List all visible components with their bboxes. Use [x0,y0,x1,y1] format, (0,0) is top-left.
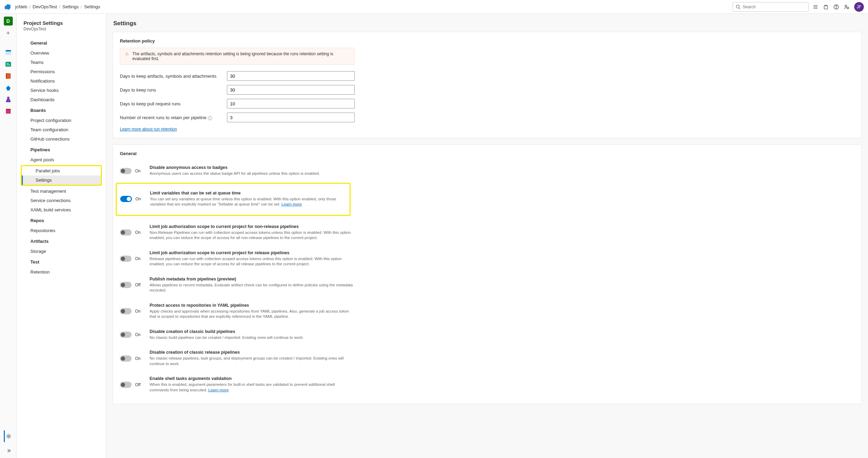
toggle-switch[interactable] [120,332,132,338]
sidebar-item-storage[interactable]: Storage [17,247,106,256]
toggle-row-6: OnDisable creation of classic build pipe… [120,324,355,345]
retention-input[interactable] [227,71,355,81]
svg-point-9 [847,7,849,9]
marketplace-icon[interactable] [823,4,829,10]
sidebar-item-retention[interactable]: Retention [17,267,106,277]
retention-label: Number of recent runs to retain per pipe… [120,115,227,120]
sidebar-item-xaml-build-services[interactable]: XAML build services [17,205,106,214]
top-bar: jcfdeb/ DevOpsTest/ Settings/ Settings J… [0,0,868,14]
sidebar-item-project-configuration[interactable]: Project configuration [17,116,106,125]
breadcrumb-page[interactable]: Settings [84,4,100,9]
retention-learn-more-link[interactable]: Learn more about run retention [120,127,177,132]
azure-devops-logo-icon[interactable] [4,3,12,11]
sidebar-group-boards: Boards [17,104,106,116]
sidebar-title: Project Settings [17,20,106,27]
rail-pipelines-icon[interactable] [4,84,12,92]
rail-repos-icon[interactable] [4,72,12,80]
svg-rect-16 [6,109,11,110]
sidebar-highlight: Parallel jobsSettings [21,165,102,186]
toggle-row-1: OnLimit variables that can be set at que… [120,186,346,212]
toggle-switch[interactable] [120,168,132,174]
sidebar-group-repos: Repos [17,214,106,226]
rail-boards-icon[interactable] [4,60,12,68]
rail-add-icon[interactable]: + [6,30,10,37]
info-icon[interactable]: i [208,116,212,120]
toggle-state-label: Off [135,283,141,287]
svg-point-8 [845,5,847,7]
sidebar-item-test-management[interactable]: Test management [17,187,106,196]
svg-rect-12 [6,62,11,67]
toggle-row-3: OnLimit job authorization scope to curre… [120,246,355,272]
sidebar-item-service-hooks[interactable]: Service hooks [17,86,106,95]
rail-overview-icon[interactable] [4,49,12,56]
user-avatar[interactable]: JF [854,2,864,12]
breadcrumb-project[interactable]: DevOpsTest [32,4,57,9]
breadcrumb-org[interactable]: jcfdeb [15,4,27,9]
toggle-row-8: OffEnable shell tasks arguments validati… [120,371,355,398]
retention-row-2: Days to keep pull request runs [120,99,355,108]
toggle-title: Disable creation of classic release pipe… [150,350,355,355]
svg-rect-14 [6,73,7,79]
toggle-row-7: OnDisable creation of classic release pi… [120,345,355,371]
toggle-state-label: On [135,169,141,173]
sidebar-subtitle: DevOpsTest [17,27,106,37]
rail-testplans-icon[interactable] [4,96,12,103]
toggle-description: Anonymous users can access the status ba… [150,171,320,176]
svg-point-17 [8,435,9,437]
retention-label: Days to keep artifacts, symbols and atta… [120,74,227,79]
toggle-title: Limit variables that can be set at queue… [150,191,346,195]
toggle-switch[interactable] [120,308,132,314]
breadcrumb: jcfdeb/ DevOpsTest/ Settings/ Settings [15,4,100,9]
sidebar-item-permissions[interactable]: Permissions [17,67,106,76]
toggle-row-2: OnLimit job authorization scope to curre… [120,219,355,246]
sidebar-item-team-configuration[interactable]: Team configuration [17,125,106,134]
toggle-switch[interactable] [120,355,132,362]
toggle-switch[interactable] [120,256,132,262]
toggle-switch[interactable] [120,282,132,288]
toggle-switch[interactable] [120,196,132,202]
page-title: Settings [113,20,862,27]
sidebar-item-teams[interactable]: Teams [17,58,106,67]
list-icon[interactable] [813,4,819,10]
sidebar-item-parallel-jobs[interactable]: Parallel jobs [22,166,101,175]
toggle-learn-more-link[interactable]: Learn more [208,388,229,392]
sidebar-group-general: General [17,37,106,48]
retention-input[interactable] [227,113,355,122]
sidebar-item-agent-pools[interactable]: Agent pools [17,155,106,164]
rail-artifacts-icon[interactable] [4,107,12,115]
main-content: Settings Retention policy ⚠ The artifact… [106,14,868,458]
retention-row-3: Number of recent runs to retain per pipe… [120,113,355,122]
svg-rect-15 [6,110,11,114]
sidebar-item-dashboards[interactable]: Dashboards [17,95,106,104]
sidebar-item-notifications[interactable]: Notifications [17,76,106,86]
toggle-description: No classic build pipelines can be create… [150,335,304,341]
toggle-switch[interactable] [120,229,132,236]
user-settings-icon[interactable] [844,4,850,10]
help-icon[interactable] [833,4,840,10]
toggle-description: No classic release pipelines, task group… [150,356,355,366]
sidebar-item-service-connections[interactable]: Service connections [17,196,106,205]
toggle-state-label: On [135,332,141,337]
retention-input[interactable] [227,99,355,108]
breadcrumb-section[interactable]: Settings [63,4,79,9]
toggle-description: Release pipelines can run with collectio… [150,256,355,267]
toggle-switch[interactable] [120,382,132,388]
toggle-description: Non-Release Pipelines can run with colle… [150,230,355,241]
search-input[interactable] [743,4,805,9]
svg-rect-5 [824,6,828,9]
sidebar-item-repositories[interactable]: Repositories [17,226,106,235]
sidebar-item-overview[interactable]: Overview [17,48,106,58]
rail-settings-icon[interactable] [5,432,12,440]
toggle-learn-more-link[interactable]: Learn more [282,202,302,206]
toggle-title: Limit job authorization scope to current… [150,250,355,255]
sidebar-group-pipelines: Pipelines [17,144,106,155]
sidebar-item-settings[interactable]: Settings [22,175,101,185]
sidebar-group-test: Test [17,256,106,267]
rail-collapse-icon[interactable] [4,447,12,455]
general-card: General OnDisable anonymous access to ba… [113,144,862,404]
retention-label: Days to keep pull request runs [120,101,227,106]
sidebar-item-github-connections[interactable]: GitHub connections [17,134,106,144]
search-box[interactable] [733,2,809,12]
rail-project-icon[interactable]: D [4,17,13,26]
retention-input[interactable] [227,85,355,95]
